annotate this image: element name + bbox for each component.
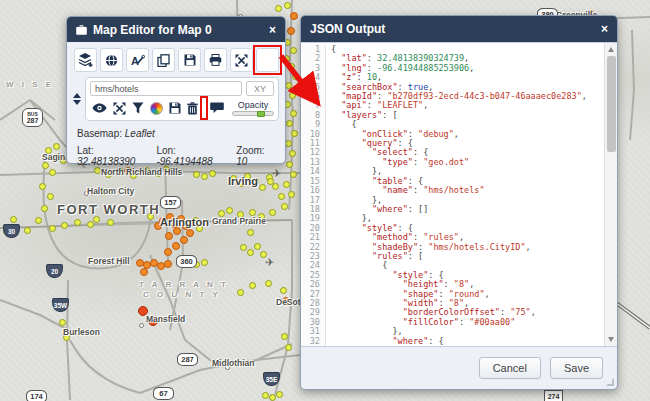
vertical-scrollbar[interactable] bbox=[604, 43, 617, 346]
map-point-marker[interactable] bbox=[24, 227, 31, 234]
map-point-marker[interactable] bbox=[172, 242, 180, 250]
map-point-marker[interactable] bbox=[275, 5, 282, 12]
map-point-marker[interactable] bbox=[165, 232, 173, 240]
layers-add-button[interactable] bbox=[74, 48, 97, 72]
map-point-marker[interactable] bbox=[281, 333, 288, 340]
map-point-marker[interactable] bbox=[237, 289, 244, 296]
map-point-marker[interactable] bbox=[49, 225, 56, 232]
scroll-thumb[interactable] bbox=[607, 56, 616, 152]
map-point-marker[interactable] bbox=[240, 244, 247, 251]
opacity-slider[interactable] bbox=[232, 111, 274, 116]
map-point-marker[interactable] bbox=[209, 170, 216, 177]
map-point-marker[interactable] bbox=[284, 2, 291, 9]
map-point-marker[interactable] bbox=[291, 130, 298, 137]
map-point-marker[interactable] bbox=[262, 392, 269, 399]
map-point-marker[interactable] bbox=[94, 167, 101, 174]
resize-handle[interactable] bbox=[606, 378, 614, 386]
map-point-marker[interactable] bbox=[47, 193, 54, 200]
filter-button[interactable] bbox=[132, 100, 144, 116]
map-point-marker[interactable] bbox=[269, 209, 276, 216]
map-point-marker[interactable] bbox=[287, 27, 295, 35]
map-point-marker[interactable] bbox=[249, 282, 256, 289]
map-point-marker[interactable] bbox=[107, 219, 114, 226]
map-point-marker[interactable] bbox=[10, 216, 17, 223]
map-point-marker[interactable] bbox=[193, 171, 200, 178]
map-point-marker[interactable] bbox=[290, 171, 297, 178]
map-point-marker[interactable] bbox=[201, 173, 208, 180]
expand-button[interactable] bbox=[230, 48, 253, 72]
map-point-marker[interactable] bbox=[41, 205, 48, 212]
map-point-marker[interactable] bbox=[42, 162, 49, 169]
map-point-marker[interactable] bbox=[288, 191, 295, 198]
map-point-marker[interactable] bbox=[74, 219, 81, 226]
map-point-marker[interactable] bbox=[164, 260, 172, 268]
map-point-marker[interactable] bbox=[265, 280, 272, 287]
map-point-marker[interactable] bbox=[247, 249, 254, 256]
map-point-marker[interactable] bbox=[286, 120, 293, 127]
json-code-viewer[interactable]: 1{2 "lat": 32.48138390324739,3 "lng": -9… bbox=[301, 42, 617, 347]
map-point-marker[interactable] bbox=[249, 209, 256, 216]
map-point-marker[interactable] bbox=[35, 217, 42, 224]
label-edit-button[interactable]: A bbox=[126, 48, 149, 72]
map-point-marker[interactable] bbox=[87, 221, 94, 228]
palette-button[interactable] bbox=[150, 100, 163, 116]
copy-button[interactable] bbox=[152, 48, 175, 72]
close-icon[interactable]: × bbox=[601, 23, 608, 35]
map-point-marker[interactable] bbox=[49, 169, 56, 176]
map-point-marker[interactable] bbox=[186, 229, 194, 237]
cancel-button[interactable]: Cancel bbox=[479, 357, 541, 379]
map-canvas[interactable]: W I S ESaginawNorth Richland HillsHaltom… bbox=[0, 0, 650, 401]
map-point-marker[interactable] bbox=[226, 207, 233, 214]
save-button[interactable]: Save bbox=[550, 357, 603, 379]
json-output-title: JSON Output bbox=[310, 22, 385, 36]
trash-button[interactable] bbox=[187, 100, 198, 116]
save-button[interactable] bbox=[178, 48, 201, 72]
eye-button[interactable] bbox=[92, 100, 107, 116]
map-point-marker[interactable] bbox=[59, 319, 66, 326]
map-point-marker[interactable] bbox=[269, 394, 276, 401]
map-point-marker[interactable] bbox=[290, 47, 297, 54]
map-point-marker[interactable] bbox=[285, 344, 292, 351]
map-point-marker[interactable] bbox=[164, 248, 172, 256]
map-point-marker[interactable] bbox=[173, 227, 181, 235]
map-point-marker[interactable] bbox=[280, 287, 287, 294]
map-point-marker[interactable] bbox=[259, 184, 266, 191]
map-point-marker[interactable] bbox=[53, 143, 60, 150]
map-editor-header[interactable]: Map Editor for Map 0 × bbox=[67, 17, 285, 42]
map-point-marker[interactable] bbox=[290, 12, 298, 20]
map-point-marker[interactable] bbox=[254, 243, 261, 250]
opacity-control[interactable]: Opacity bbox=[232, 100, 274, 116]
xy-button[interactable]: XY bbox=[246, 81, 274, 96]
print-button[interactable] bbox=[204, 48, 227, 72]
map-point-marker[interactable] bbox=[286, 161, 293, 168]
map-point-marker[interactable] bbox=[283, 181, 290, 188]
code-button[interactable] bbox=[256, 48, 279, 72]
scroll-up-icon[interactable] bbox=[608, 47, 614, 52]
close-icon[interactable]: × bbox=[269, 24, 276, 36]
map-point-marker[interactable] bbox=[39, 183, 46, 190]
layer-name-input[interactable] bbox=[90, 81, 242, 96]
globe-button[interactable] bbox=[100, 48, 123, 72]
map-point-marker[interactable] bbox=[292, 73, 299, 80]
map-point-marker[interactable] bbox=[288, 63, 295, 70]
map-point-marker[interactable] bbox=[61, 222, 68, 229]
map-point-marker[interactable] bbox=[247, 229, 254, 236]
opacity-slider-thumb[interactable] bbox=[257, 111, 265, 117]
map-point-marker[interactable] bbox=[201, 259, 208, 266]
layer-reorder-stepper[interactable] bbox=[71, 90, 82, 108]
map-place-label: North Richland Hills bbox=[101, 167, 182, 177]
scroll-down-icon[interactable] bbox=[608, 337, 614, 342]
map-point-marker[interactable] bbox=[276, 391, 283, 398]
json-output-header[interactable]: JSON Output × bbox=[301, 16, 617, 42]
map-point-marker[interactable] bbox=[281, 203, 288, 210]
editor-footer: Basemap: Leaflet Lat: 32.48138390 Lon: -… bbox=[67, 121, 285, 167]
comment-button[interactable] bbox=[210, 100, 224, 116]
map-point-marker[interactable] bbox=[289, 92, 296, 99]
map-point-marker[interactable] bbox=[289, 150, 296, 157]
expand-button[interactable] bbox=[113, 100, 126, 116]
map-point-marker[interactable] bbox=[140, 268, 148, 276]
map-point-marker[interactable] bbox=[278, 193, 285, 200]
map-point-marker[interactable] bbox=[290, 110, 297, 117]
save-button[interactable] bbox=[169, 100, 181, 116]
map-point-marker[interactable] bbox=[180, 236, 188, 244]
